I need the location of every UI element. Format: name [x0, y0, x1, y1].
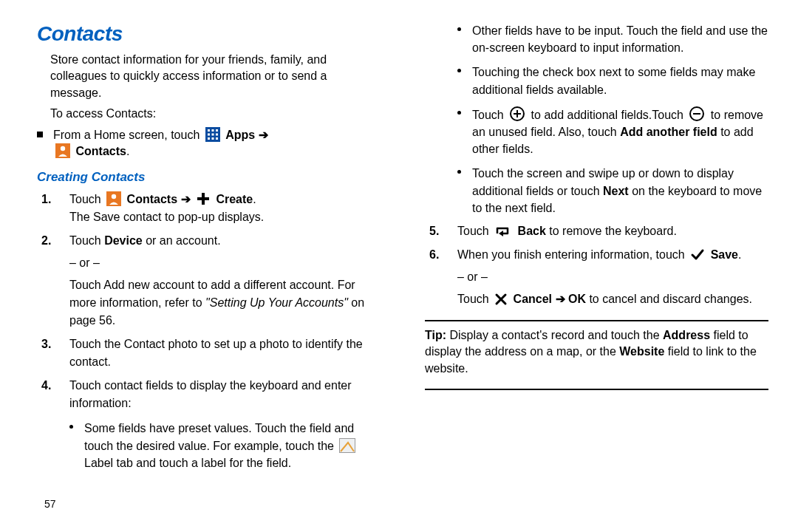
text: to cancel and discard changes. [586, 293, 752, 305]
text: to remove the keyboard. [546, 225, 677, 237]
ok-label: OK [568, 293, 586, 305]
contacts-label: Contacts [127, 193, 177, 205]
back-icon [494, 225, 512, 238]
step-3: Touch the Contact photo to set up a phot… [62, 335, 381, 371]
cross-ref: "Setting Up Your Accounts" [205, 296, 348, 309]
save-label: Save [711, 248, 738, 261]
next-label: Next [603, 185, 629, 197]
back-label: Back [518, 225, 546, 237]
step-1: Touch Contacts ➔ Create. The Save contac… [62, 191, 381, 226]
add-another-label: Add another field [620, 126, 717, 138]
text: Touch contact fields to display the keyb… [69, 379, 352, 409]
page-title: Contacts [37, 22, 381, 46]
create-label: Create [216, 193, 253, 205]
svg-rect-9 [216, 137, 218, 140]
step-2: Touch Device or an account. – or – Touch… [62, 232, 381, 330]
tip-label: Tip: [425, 329, 446, 341]
step-4: Touch contact fields to display the keyb… [62, 377, 381, 412]
apps-grid-icon [205, 127, 220, 142]
contacts-label: Contacts [75, 145, 126, 157]
period: . [253, 193, 256, 205]
device-label: Device [104, 234, 143, 247]
text: or an account. [143, 234, 221, 247]
step-5: Touch Back to remove the keyboard. [450, 222, 768, 240]
contacts-icon [106, 191, 121, 206]
access-lead: To access Contacts: [50, 106, 381, 122]
remove-circle-icon [689, 106, 705, 122]
sub-swipe: Touch the screen and swipe up or down to… [462, 165, 768, 216]
svg-rect-5 [211, 133, 214, 135]
text: Some fields have preset values. Touch th… [84, 422, 354, 451]
section-heading: Creating Contacts [37, 170, 381, 185]
website-label: Website [619, 345, 664, 358]
text: Label tab and touch a label for the fiel… [84, 457, 291, 469]
text: Display a contact's record and touch the [446, 329, 663, 341]
arrow-icon: ➔ [181, 193, 194, 205]
text: Touch [457, 225, 492, 237]
svg-rect-4 [208, 133, 210, 135]
sub-add-remove: Touch to add additional fields.Touch to … [462, 106, 768, 158]
text: Touch [69, 193, 104, 205]
cancel-label: Cancel [514, 293, 552, 305]
svg-rect-8 [211, 137, 214, 140]
period: . [126, 145, 129, 157]
step-6: When you finish entering information, to… [450, 246, 768, 308]
svg-rect-3 [216, 129, 218, 132]
plus-icon [196, 191, 211, 206]
text: The Save contact to pop-up displays. [69, 211, 264, 223]
access-step: From a Home screen, touch Apps ➔ Contact… [53, 127, 381, 160]
arrow-icon: ➔ [556, 293, 568, 305]
svg-rect-2 [211, 129, 214, 132]
intro-text: Store contact information for your frien… [50, 52, 381, 101]
label-tab-icon [339, 438, 355, 453]
sub-checkbox: Touching the check box next to some fiel… [462, 64, 768, 98]
address-label: Address [663, 329, 710, 341]
divider [425, 389, 768, 390]
or-text: – or – [69, 254, 381, 272]
text: Touch [69, 234, 104, 247]
cancel-icon [494, 293, 508, 306]
sub-preset: Some fields have preset values. Touch th… [74, 420, 381, 471]
tip-text: Tip: Display a contact's record and touc… [425, 327, 768, 377]
svg-point-11 [61, 146, 65, 151]
add-circle-icon [509, 106, 525, 122]
text: When you finish entering information, to… [457, 248, 688, 261]
arrow-icon: ➔ [259, 129, 268, 141]
svg-rect-7 [208, 137, 210, 140]
text: Touch [472, 109, 507, 121]
svg-rect-6 [216, 133, 218, 135]
page-number: 57 [44, 498, 56, 510]
svg-rect-1 [208, 129, 210, 132]
period: . [738, 248, 741, 261]
text: Touch [457, 293, 492, 305]
or-text: – or – [457, 268, 768, 286]
sub-input: Other fields have to be input. Touch the… [462, 22, 768, 56]
text: From a Home screen, touch [53, 129, 203, 141]
svg-point-13 [112, 194, 116, 199]
check-icon [690, 248, 705, 262]
divider [425, 320, 768, 321]
text: to add additional fields.Touch [531, 109, 687, 121]
svg-rect-15 [197, 197, 209, 200]
apps-label: Apps [225, 129, 255, 141]
contacts-icon [55, 143, 70, 158]
